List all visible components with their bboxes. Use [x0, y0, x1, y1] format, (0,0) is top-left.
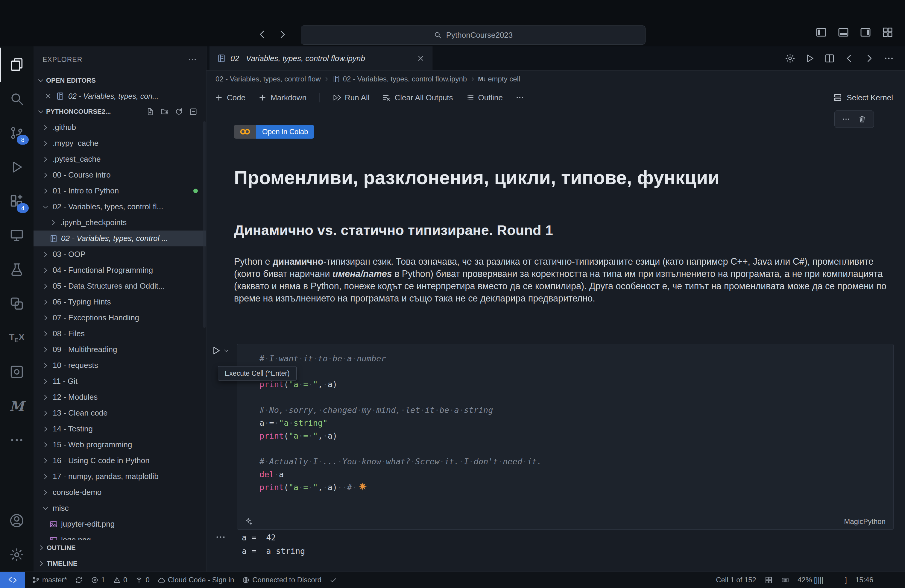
tree-item[interactable]: 06 - Typing Hints [33, 294, 206, 310]
code-editor[interactable]: #·I·want·it·to·be·a·numbera·=·42print("a… [259, 352, 542, 494]
activity-run-debug[interactable] [0, 150, 33, 184]
tree-item[interactable]: logo.png [33, 532, 206, 540]
project-section-header[interactable]: PYTHONCOURSE2... [33, 104, 206, 119]
settings-icon[interactable] [785, 53, 795, 64]
tree-item[interactable]: 08 - Files [33, 326, 206, 342]
activity-settings[interactable] [0, 538, 33, 572]
tree-item[interactable]: .github [33, 119, 206, 135]
open-in-colab-badge[interactable]: Open in Colab [234, 125, 314, 138]
status-item[interactable] [765, 576, 773, 584]
activity-extensions[interactable]: 4 [0, 184, 33, 218]
layout-grid-icon[interactable] [882, 26, 894, 38]
outline-section[interactable]: OUTLINE [33, 540, 206, 556]
status-item[interactable] [75, 576, 83, 584]
status-item-cloud-code-sign-in[interactable]: Cloud Code - Sign in [157, 576, 234, 584]
forward-arrow-icon[interactable] [276, 29, 288, 40]
arrow-left-icon[interactable] [844, 53, 855, 64]
activity-latex[interactable]: TEX [0, 321, 33, 355]
more-icon[interactable] [883, 53, 894, 64]
tree-item[interactable]: 15 - Web programming [33, 437, 206, 453]
status-item--[interactable]: ] [845, 576, 847, 584]
split-editor-icon[interactable] [824, 53, 835, 64]
tree-item[interactable]: 09 - Multithreading [33, 342, 206, 358]
tree-item[interactable]: 16 - Using C code in Python [33, 453, 206, 469]
tree-item[interactable]: 14 - Testing [33, 421, 206, 437]
open-editors-section[interactable]: OPEN EDITORS [33, 73, 206, 88]
more-actions-icon[interactable] [187, 55, 197, 64]
tree-item[interactable]: .ipynb_checkpoints [33, 215, 206, 230]
toolbar-more-button[interactable] [515, 93, 524, 102]
code-cell[interactable]: #·I·want·it·to·be·a·numbera·=·42print("a… [237, 344, 894, 530]
status-item-15-46[interactable]: 15:46 [855, 576, 873, 584]
open-editor-item[interactable]: 02 - Variables, types, con... [33, 88, 206, 104]
activity-markdown[interactable]: M [0, 389, 33, 423]
remote-indicator[interactable] [0, 572, 25, 588]
breadcrumb-item[interactable]: 02 - Variables, types, control flow [216, 75, 321, 83]
activity-remote-explorer[interactable] [0, 218, 33, 253]
toggle-secondary-sidebar-icon[interactable] [859, 26, 872, 38]
activity-explorer[interactable] [0, 48, 33, 82]
breadcrumb-item[interactable]: M↓empty cell [478, 75, 520, 83]
status-item-connected-to-discord[interactable]: Connected to Discord [242, 576, 321, 584]
execute-cell-button[interactable] [211, 345, 230, 356]
status-item-0[interactable]: 0 [113, 576, 127, 584]
activity-search[interactable] [0, 82, 33, 116]
tree-item[interactable]: 11 - Git [33, 373, 206, 389]
tree-item[interactable]: 13 - Clean code [33, 405, 206, 421]
tree-item[interactable]: 04 - Functional Programming [33, 262, 206, 278]
sidebar-scrollbar[interactable] [203, 121, 206, 328]
status-item-42-[interactable]: 42% [|||| [797, 576, 823, 584]
cell-language-mode[interactable]: MagicPython [844, 517, 886, 526]
activity-testing[interactable] [0, 253, 33, 286]
activity-notebook-renderer[interactable] [0, 355, 33, 389]
tree-item[interactable]: .mypy_cache [33, 135, 206, 151]
toolbar-markdown-button[interactable]: Markdown [258, 93, 306, 102]
activity-account[interactable] [0, 504, 33, 538]
toolbar-outline-button[interactable]: Outline [466, 93, 503, 102]
tree-item[interactable]: jupyter-edit.png [33, 516, 206, 532]
status-item[interactable] [329, 576, 337, 584]
activity-live-share[interactable] [0, 286, 33, 321]
toolbar-code-button[interactable]: Code [214, 93, 245, 102]
tree-item[interactable]: console-demo [33, 485, 206, 500]
output-more-actions-icon[interactable] [215, 531, 226, 543]
tree-item[interactable]: 00 - Course intro [33, 167, 206, 183]
refresh-icon[interactable] [175, 107, 183, 116]
close-icon[interactable] [417, 54, 425, 63]
tree-item[interactable]: 10 - requests [33, 358, 206, 373]
toolbar-run-all-button[interactable]: Run All [332, 93, 369, 102]
tree-item[interactable]: 01 - Intro to Python [33, 183, 206, 199]
more-actions-icon[interactable] [841, 114, 851, 124]
tree-item[interactable]: 07 - Exceptions Handling [33, 310, 206, 326]
collapse-all-icon[interactable] [189, 107, 198, 116]
play-icon[interactable] [805, 53, 815, 64]
activity-source-control[interactable]: 8 [0, 116, 33, 150]
tree-item[interactable]: 05 - Data Structures and Oddit... [33, 278, 206, 294]
close-icon[interactable] [44, 92, 52, 100]
toolbar-clear-all-outputs-button[interactable]: Clear All Outputs [382, 93, 453, 102]
tree-item[interactable]: 12 - Modules [33, 389, 206, 405]
tree-item[interactable]: 02 - Variables, types, control fl... [33, 199, 206, 215]
activity-more[interactable] [0, 423, 33, 457]
toggle-panel-icon[interactable] [837, 26, 849, 38]
tab-notebook[interactable]: 02 - Variables, types, control flow.ipyn… [210, 46, 432, 70]
new-file-icon[interactable] [146, 107, 155, 116]
tree-item[interactable]: misc [33, 500, 206, 516]
trash-icon[interactable] [858, 114, 867, 124]
back-arrow-icon[interactable] [257, 29, 268, 40]
status-item-cell-1-of-152[interactable]: Cell 1 of 152 [716, 576, 756, 584]
tree-item[interactable]: 02 - Variables, types, control ... [33, 230, 206, 246]
command-center-search[interactable]: PythonCourse2023 [301, 25, 646, 44]
status-item-0[interactable]: 0 [135, 576, 149, 584]
tree-item[interactable]: 17 - numpy, pandas, matplotlib [33, 469, 206, 485]
timeline-section[interactable]: TIMELINE [33, 556, 206, 572]
status-item-master-[interactable]: master* [32, 576, 67, 584]
new-folder-icon[interactable] [160, 107, 169, 116]
tree-item[interactable]: 03 - OOP [33, 246, 206, 262]
breadcrumb-item[interactable]: 02 - Variables, types, control flow.ipyn… [332, 75, 467, 83]
tree-item[interactable]: .pytest_cache [33, 151, 206, 167]
arrow-right-icon[interactable] [864, 53, 875, 64]
status-item[interactable] [781, 576, 789, 584]
status-item-1[interactable]: 1 [90, 576, 105, 584]
toggle-sidebar-icon[interactable] [815, 26, 827, 38]
